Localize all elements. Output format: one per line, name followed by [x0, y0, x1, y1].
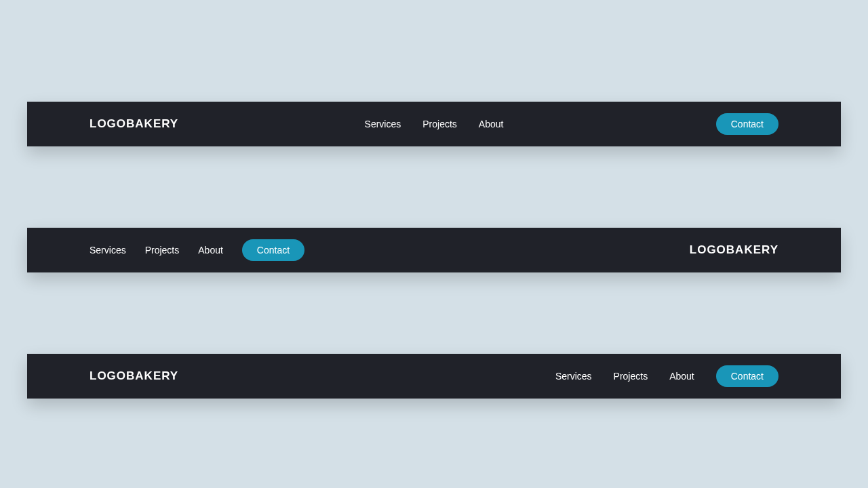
nav-links-center: Services Projects About — [365, 119, 504, 129]
navbar-variant-2: Services Projects About Contact LOGOBAKE… — [27, 228, 841, 272]
navbar-variant-1: LOGOBAKERY Services Projects About Conta… — [27, 102, 841, 146]
nav-link-services[interactable]: Services — [365, 119, 401, 129]
brand-logo[interactable]: LOGOBAKERY — [90, 117, 178, 131]
brand-logo[interactable]: LOGOBAKERY — [690, 243, 778, 257]
nav-link-about[interactable]: About — [669, 371, 694, 382]
nav-link-services[interactable]: Services — [555, 371, 592, 382]
contact-button[interactable]: Contact — [242, 239, 304, 261]
contact-button[interactable]: Contact — [716, 365, 778, 387]
navbar-variant-3: LOGOBAKERY Services Projects About Conta… — [27, 354, 841, 399]
nav-link-projects[interactable]: Projects — [422, 119, 457, 129]
contact-button[interactable]: Contact — [716, 113, 778, 135]
nav-link-services[interactable]: Services — [90, 245, 126, 256]
nav-links-right: Services Projects About Contact — [555, 365, 778, 387]
brand-logo[interactable]: LOGOBAKERY — [90, 369, 178, 383]
nav-links-left: Services Projects About Contact — [90, 239, 304, 261]
nav-link-projects[interactable]: Projects — [145, 245, 180, 256]
nav-link-about[interactable]: About — [198, 245, 223, 256]
nav-link-about[interactable]: About — [479, 119, 504, 129]
nav-link-projects[interactable]: Projects — [614, 371, 648, 382]
